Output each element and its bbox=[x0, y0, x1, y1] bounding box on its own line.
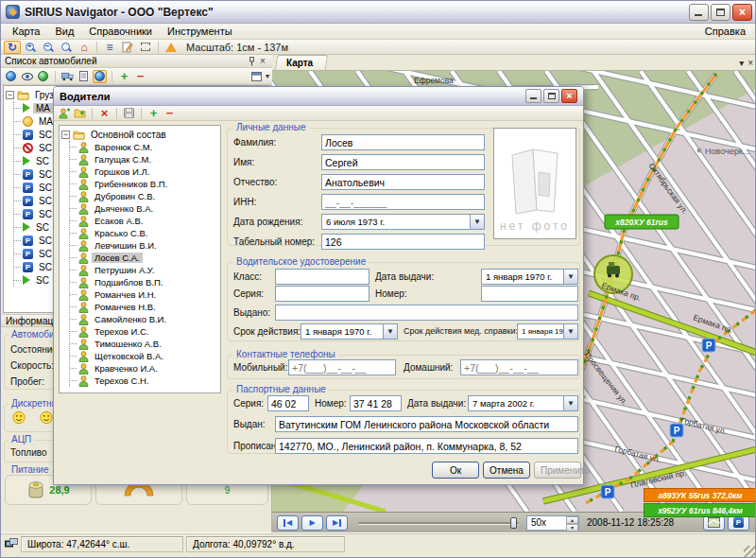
chevron-down-icon[interactable]: ▾ bbox=[266, 72, 269, 80]
driver-item[interactable]: Дубровин С.В. bbox=[70, 190, 220, 202]
license-class-input[interactable] bbox=[275, 269, 369, 285]
home-view-button[interactable]: ⌂ bbox=[76, 41, 93, 54]
firstname-input[interactable] bbox=[321, 154, 485, 170]
home-phone-input[interactable] bbox=[460, 359, 578, 375]
inn-input[interactable] bbox=[321, 194, 485, 210]
remove-vehicle-button[interactable]: − bbox=[133, 70, 147, 83]
dialog-minimize-button[interactable] bbox=[525, 89, 541, 103]
map-follow-button[interactable] bbox=[93, 70, 107, 83]
driver-group-row[interactable]: − Основной состав bbox=[60, 128, 220, 141]
driver-tree[interactable]: − Основной состав Варенюк С.М.Галущак С.… bbox=[59, 125, 221, 393]
driver-item[interactable]: Есаков А.В. bbox=[70, 215, 220, 227]
driver-item[interactable]: Самойленко В.И. bbox=[70, 313, 220, 325]
tab-karta[interactable]: Карта bbox=[275, 55, 328, 70]
zoom-out-button[interactable]: − bbox=[40, 41, 57, 54]
playback-prev-button[interactable]: ◀ bbox=[277, 515, 299, 531]
speed-up-button[interactable]: ▴ bbox=[566, 516, 578, 524]
dialog-close-button[interactable]: × bbox=[561, 89, 577, 103]
valid-until-dropdown-button[interactable]: ▼ bbox=[383, 324, 397, 339]
playback-play-button[interactable]: ▶ bbox=[301, 515, 323, 531]
apply-button[interactable]: Применить bbox=[534, 462, 581, 479]
driver-item[interactable]: Тимошенко А.В. bbox=[70, 338, 220, 350]
driver-item[interactable]: Петрушин А.У. bbox=[70, 264, 220, 276]
close-button[interactable]: × bbox=[732, 4, 752, 21]
license-number-input[interactable] bbox=[481, 286, 578, 302]
lastname-input[interactable] bbox=[321, 134, 485, 150]
middlename-input[interactable] bbox=[321, 174, 485, 190]
speed-spinner[interactable]: 50x ▴ ▾ bbox=[526, 515, 579, 531]
driver-item[interactable]: Красько С.В. bbox=[70, 227, 220, 239]
cancel-button[interactable]: Отмена bbox=[483, 462, 530, 479]
speed-down-button[interactable]: ▾ bbox=[566, 524, 578, 532]
employee-number-input[interactable] bbox=[321, 234, 485, 250]
driver-item[interactable]: Грибенников В.П. bbox=[70, 178, 220, 190]
driver-item[interactable]: Романчев Н.В. bbox=[70, 301, 220, 313]
driver-item[interactable]: Горшков И.Л. bbox=[70, 166, 220, 178]
license-issue-date-dropdown-button[interactable]: ▼ bbox=[563, 270, 577, 284]
valid-until-combo[interactable]: 1 января 1970 г. ▼ bbox=[301, 323, 398, 340]
driver-item[interactable]: Терехов И.С. bbox=[70, 325, 220, 338]
license-series-input[interactable] bbox=[275, 286, 369, 302]
birthdate-dropdown-button[interactable]: ▼ bbox=[470, 215, 484, 229]
report-button[interactable] bbox=[77, 70, 91, 83]
edit-button[interactable] bbox=[119, 41, 136, 54]
driver-item[interactable]: Галущак С.М. bbox=[70, 153, 220, 166]
driver-item[interactable]: Варенюк С.М. bbox=[70, 141, 220, 153]
driver-item[interactable]: Романчев И.Н. bbox=[70, 288, 220, 301]
menu-karta[interactable]: Карта bbox=[5, 25, 47, 38]
collapse-icon[interactable]: − bbox=[61, 131, 70, 139]
tab-close-icon[interactable]: × bbox=[747, 58, 753, 68]
remove-record-button[interactable]: − bbox=[163, 107, 177, 120]
add-record-button[interactable]: + bbox=[146, 107, 161, 120]
passport-issued-by-input[interactable] bbox=[275, 416, 578, 432]
passport-series-input[interactable] bbox=[267, 395, 309, 411]
add-vehicle-button[interactable]: + bbox=[117, 70, 131, 83]
add-driver-button[interactable] bbox=[57, 107, 71, 120]
restore-button[interactable] bbox=[711, 4, 730, 21]
menu-spravochniki[interactable]: Справочники bbox=[81, 25, 160, 38]
birthdate-combo[interactable]: 6 июля 1973 г. ▼ bbox=[321, 214, 485, 230]
passport-number-input[interactable] bbox=[350, 395, 402, 411]
track-button[interactable] bbox=[36, 70, 50, 83]
vehicle-card-button[interactable] bbox=[60, 70, 75, 83]
registered-input[interactable] bbox=[275, 438, 578, 454]
menu-vid[interactable]: Вид bbox=[47, 25, 81, 38]
med-valid-combo[interactable]: 1 января 1970 г. ▼ bbox=[517, 323, 578, 340]
slider-thumb[interactable] bbox=[510, 517, 517, 529]
passport-issue-date-dropdown-button[interactable]: ▼ bbox=[563, 396, 577, 410]
collapse-icon[interactable]: − bbox=[6, 91, 14, 99]
driver-item[interactable]: Левчишин В.И. bbox=[70, 239, 220, 252]
minimize-button[interactable] bbox=[689, 4, 709, 21]
zoom-in-button[interactable]: + bbox=[22, 41, 39, 54]
driver-item[interactable]: Дьяченко В.А. bbox=[70, 202, 220, 215]
resize-grip[interactable] bbox=[744, 546, 755, 557]
passport-issue-date-combo[interactable]: 7 марта 2002 г. ▼ bbox=[468, 395, 578, 411]
panel-close-icon[interactable]: × bbox=[257, 56, 268, 66]
driver-item[interactable]: Терехов С.Н. bbox=[70, 375, 220, 387]
show-all-button[interactable] bbox=[4, 70, 18, 83]
license-issued-by-input[interactable] bbox=[275, 305, 578, 321]
ok-button[interactable]: Ок bbox=[432, 462, 479, 479]
license-issue-date-combo[interactable]: 1 января 1970 г. ▼ bbox=[481, 269, 578, 285]
pan-tool-button[interactable]: ↻ bbox=[4, 41, 21, 54]
driver-item[interactable]: Подшиблов В.П. bbox=[70, 276, 220, 288]
tab-chevron-down-icon[interactable]: ▾ bbox=[739, 58, 744, 68]
driver-item[interactable]: Щетковской В.А. bbox=[70, 350, 220, 362]
dialog-titlebar[interactable]: Водители × bbox=[54, 87, 583, 106]
watch-button[interactable] bbox=[20, 70, 34, 83]
pin-icon[interactable] bbox=[246, 56, 257, 66]
med-valid-dropdown-button[interactable]: ▼ bbox=[563, 324, 577, 339]
add-group-button[interactable] bbox=[73, 107, 87, 120]
zoom-select-button[interactable] bbox=[58, 41, 75, 54]
save-button[interactable] bbox=[122, 107, 136, 120]
playback-next-button[interactable]: ▶ bbox=[326, 515, 348, 531]
menu-instrumenty[interactable]: Инструменты bbox=[160, 25, 240, 38]
mobile-input[interactable] bbox=[288, 359, 396, 375]
legend-button[interactable]: ≡ bbox=[101, 41, 118, 54]
menu-spravka[interactable]: Справка bbox=[697, 25, 753, 38]
panel-layout-button[interactable] bbox=[249, 70, 264, 83]
playback-slider[interactable] bbox=[358, 516, 519, 530]
select-area-button[interactable] bbox=[137, 41, 154, 54]
measure-button[interactable] bbox=[163, 41, 180, 54]
driver-item[interactable]: Кравченко И.А. bbox=[70, 362, 220, 375]
